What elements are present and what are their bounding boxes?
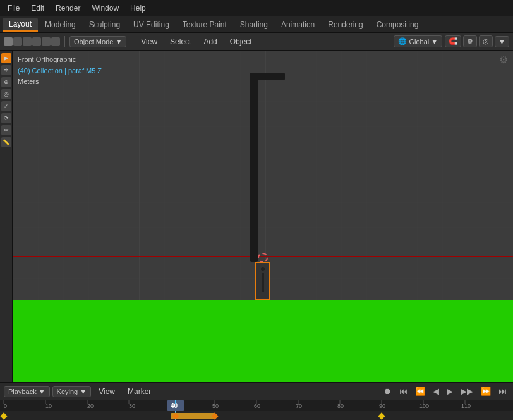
tool-transform[interactable]: ⟳ — [1, 113, 11, 123]
proportional-edit[interactable]: ◎ — [479, 35, 493, 47]
keying-dropdown[interactable]: Keying ▼ — [52, 386, 92, 397]
snap-options-icon: ⚙ — [467, 37, 473, 45]
magnet-icon: 🧲 — [449, 37, 457, 45]
tab-layout[interactable]: Layout — [3, 18, 38, 32]
top-menu-bar: File Edit Render Window Help — [0, 0, 513, 16]
step-prev-button[interactable]: ◀ — [430, 385, 442, 397]
tab-rendering[interactable]: Rendering — [322, 18, 369, 31]
tool-scale[interactable]: ⤢ — [1, 101, 11, 111]
svg-text:50: 50 — [212, 403, 219, 409]
left-tool-panel: ▶ ✛ ⊕ ◎ ⤢ ⟳ ✏ 📏 — [0, 51, 13, 382]
playback-chevron: ▼ — [39, 388, 45, 395]
svg-text:100: 100 — [419, 403, 429, 409]
chevron-down-icon-2: ▼ — [431, 38, 438, 45]
svg-text:80: 80 — [337, 403, 344, 409]
view-icon-group — [4, 37, 60, 46]
timeline-controls: Playback ▼ Keying ▼ View Marker ⏺ ⏮ ⏪ ◀ … — [0, 383, 513, 400]
tab-animation[interactable]: Animation — [275, 18, 321, 31]
object-mode-select[interactable]: Object Mode ▼ — [69, 36, 126, 47]
timeline-ruler[interactable]: 0 10 20 30 40 50 60 70 80 90 100 — [0, 400, 513, 420]
view-icon-2[interactable] — [13, 37, 22, 46]
menu-render[interactable]: Render — [51, 3, 85, 14]
header-toolbar: Object Mode ▼ View Select Add Object 🌐 G… — [0, 33, 513, 51]
globe-icon: 🌐 — [398, 37, 407, 45]
timeline-marker-menu[interactable]: Marker — [123, 386, 156, 397]
svg-text:20: 20 — [87, 403, 94, 409]
view-icon-1[interactable] — [4, 37, 13, 46]
view-icon-4[interactable] — [32, 37, 41, 46]
sep-2 — [131, 36, 131, 47]
keying-label: Keying — [57, 388, 78, 395]
tab-uv-editing[interactable]: UV Editing — [127, 18, 176, 31]
object-menu[interactable]: Object — [225, 36, 257, 47]
select-menu[interactable]: Select — [165, 36, 196, 47]
view-icon-3[interactable] — [23, 37, 32, 46]
chevron-down-icon: ▼ — [115, 38, 122, 45]
play-end-button[interactable]: ⏭ — [496, 385, 509, 397]
tab-texture-paint[interactable]: Texture Paint — [176, 18, 233, 31]
grid-overlay — [13, 51, 513, 382]
play-next-button[interactable]: ⏩ — [478, 385, 493, 397]
svg-text:10: 10 — [45, 403, 52, 409]
tab-compositing[interactable]: Compositing — [370, 18, 425, 31]
snap-row: 🧲 ⚙ ◎ ▼ — [445, 35, 509, 47]
tool-cursor[interactable]: ✛ — [1, 65, 11, 75]
step-next-button[interactable]: ▶▶ — [458, 385, 476, 397]
proportional-options[interactable]: ▼ — [495, 36, 509, 47]
gear-icon[interactable]: ⚙ — [499, 54, 508, 66]
svg-text:90: 90 — [379, 403, 385, 409]
timeline-view-menu[interactable]: View — [94, 386, 120, 397]
tab-sculpting[interactable]: Sculpting — [83, 18, 126, 31]
timeline-panel: Playback ▼ Keying ▼ View Marker ⏺ ⏮ ⏪ ◀ … — [0, 382, 513, 420]
snap-options[interactable]: ⚙ — [463, 35, 477, 47]
viewport-3d[interactable]: Front Orthographic (40) Collection | par… — [13, 51, 513, 382]
tool-move[interactable]: ⊕ — [1, 77, 11, 87]
view-icon-5[interactable] — [42, 37, 51, 46]
snap-toggle[interactable]: 🧲 — [445, 35, 461, 47]
menu-help[interactable]: Help — [125, 3, 151, 14]
svg-text:60: 60 — [254, 403, 260, 409]
view-menu[interactable]: View — [136, 36, 162, 47]
object-mode-label: Object Mode — [74, 38, 113, 45]
play-prev-button[interactable]: ⏪ — [413, 385, 428, 397]
tab-modeling[interactable]: Modeling — [39, 18, 82, 31]
svg-rect-31 — [0, 411, 513, 420]
tool-select[interactable]: ▶ — [1, 53, 11, 63]
keying-chevron: ▼ — [80, 388, 87, 395]
svg-text:40: 40 — [171, 402, 178, 409]
view-icon-6[interactable] — [51, 37, 60, 46]
menu-file[interactable]: File — [3, 3, 25, 14]
menu-edit[interactable]: Edit — [26, 3, 49, 14]
playback-dropdown[interactable]: Playback ▼ — [4, 386, 50, 397]
workspace-tabs: Layout Modeling Sculpting UV Editing Tex… — [0, 16, 513, 33]
tool-annotate[interactable]: ✏ — [1, 125, 11, 135]
record-button[interactable]: ⏺ — [381, 385, 394, 397]
main-area: ▶ ✛ ⊕ ◎ ⤢ ⟳ ✏ 📏 Front Orthograp — [0, 51, 513, 382]
tool-measure[interactable]: 📏 — [1, 137, 11, 147]
svg-text:0: 0 — [4, 403, 7, 409]
play-button[interactable]: ▶ — [444, 385, 456, 397]
svg-rect-2 — [13, 51, 513, 382]
ruler-svg: 0 10 20 30 40 50 60 70 80 90 100 — [0, 400, 513, 420]
svg-text:30: 30 — [129, 403, 135, 409]
tab-shading[interactable]: Shading — [234, 18, 274, 31]
proportional-options-icon: ▼ — [498, 38, 505, 45]
global-label: Global — [409, 38, 429, 45]
svg-text:110: 110 — [461, 403, 471, 409]
proportional-icon: ◎ — [483, 37, 489, 45]
menu-window[interactable]: Window — [87, 3, 124, 14]
svg-text:70: 70 — [296, 403, 302, 409]
global-select[interactable]: 🌐 Global ▼ — [394, 35, 442, 47]
play-start-button[interactable]: ⏮ — [397, 385, 410, 397]
sep-1 — [64, 36, 65, 47]
tool-rotate[interactable]: ◎ — [1, 89, 11, 99]
add-menu[interactable]: Add — [198, 36, 222, 47]
playback-label: Playback — [8, 388, 37, 395]
